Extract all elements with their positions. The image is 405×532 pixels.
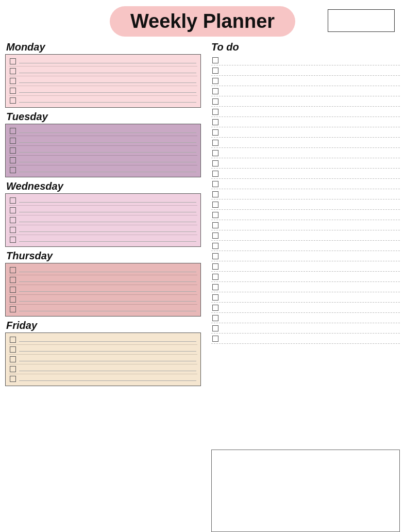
thursday-label: Thursday <box>5 250 201 262</box>
checkbox[interactable] <box>212 294 218 301</box>
checkbox[interactable] <box>212 98 218 105</box>
checkbox[interactable] <box>212 274 218 280</box>
checkbox[interactable] <box>212 129 218 136</box>
list-item <box>211 334 400 344</box>
wednesday-box <box>5 193 201 247</box>
date-box[interactable] <box>328 9 395 32</box>
checkbox[interactable] <box>10 97 16 104</box>
list-item <box>211 76 400 86</box>
list-item <box>211 292 400 303</box>
checkbox[interactable] <box>212 263 218 270</box>
list-item <box>211 261 400 272</box>
tuesday-box <box>5 124 201 177</box>
list-item <box>211 200 400 210</box>
thursday-box <box>5 263 201 317</box>
checkbox[interactable] <box>212 305 218 311</box>
checkbox[interactable] <box>10 237 16 243</box>
list-item <box>211 127 400 138</box>
checkbox[interactable] <box>212 88 218 94</box>
checkbox[interactable] <box>212 243 218 249</box>
checkbox[interactable] <box>212 160 218 167</box>
checkbox[interactable] <box>212 119 218 125</box>
checkbox[interactable] <box>212 150 218 156</box>
table-row <box>9 206 197 215</box>
checkbox[interactable] <box>10 68 16 74</box>
checkbox[interactable] <box>10 78 16 84</box>
table-row <box>9 165 197 175</box>
checkbox[interactable] <box>10 157 16 163</box>
list-item <box>211 251 400 261</box>
checkbox[interactable] <box>212 181 218 187</box>
list-item <box>211 210 400 220</box>
checkbox[interactable] <box>212 171 218 177</box>
checkbox[interactable] <box>212 68 218 74</box>
checkbox[interactable] <box>212 222 218 228</box>
left-column: Monday Tuesday <box>5 41 206 532</box>
table-row <box>9 285 197 295</box>
checkbox[interactable] <box>10 296 16 303</box>
list-item <box>211 55 400 65</box>
table-row <box>9 275 197 285</box>
list-item <box>211 282 400 292</box>
checkbox[interactable] <box>212 78 218 84</box>
checkbox[interactable] <box>10 287 16 293</box>
checkbox[interactable] <box>212 212 218 218</box>
checkbox[interactable] <box>212 109 218 115</box>
checkbox[interactable] <box>212 57 218 63</box>
checkbox[interactable] <box>10 346 16 353</box>
checkbox[interactable] <box>10 128 16 134</box>
checkbox[interactable] <box>212 315 218 321</box>
table-row <box>9 57 197 66</box>
title-bubble: Weekly Planner <box>110 6 295 37</box>
checkbox[interactable] <box>10 167 16 173</box>
table-row <box>9 76 197 86</box>
checkbox[interactable] <box>212 253 218 259</box>
table-row <box>9 265 197 275</box>
notes-box[interactable] <box>211 450 400 532</box>
list-item <box>211 138 400 148</box>
checkbox[interactable] <box>212 202 218 208</box>
checkbox[interactable] <box>10 227 16 233</box>
header: Weekly Planner <box>0 0 405 41</box>
checkbox[interactable] <box>10 217 16 223</box>
checkbox[interactable] <box>10 58 16 64</box>
checkbox[interactable] <box>212 336 218 342</box>
list-item <box>211 179 400 189</box>
checkbox[interactable] <box>212 232 218 239</box>
monday-section: Monday <box>5 41 201 108</box>
checkbox[interactable] <box>10 197 16 204</box>
table-row <box>9 235 197 244</box>
list-item <box>211 169 400 179</box>
table-row <box>9 215 197 225</box>
checkbox[interactable] <box>212 325 218 331</box>
list-item <box>211 220 400 230</box>
main-content: Monday Tuesday <box>0 41 405 532</box>
table-row <box>9 66 197 76</box>
checkbox[interactable] <box>10 138 16 144</box>
checkbox[interactable] <box>212 140 218 146</box>
thursday-section: Thursday <box>5 250 201 317</box>
table-row <box>9 146 197 156</box>
checkbox[interactable] <box>10 337 16 343</box>
table-row <box>9 305 197 314</box>
wednesday-section: Wednesday <box>5 180 201 247</box>
checkbox[interactable] <box>10 207 16 213</box>
checkbox[interactable] <box>10 88 16 94</box>
checkbox[interactable] <box>212 191 218 197</box>
checkbox[interactable] <box>10 356 16 362</box>
checkbox[interactable] <box>10 267 16 273</box>
table-row <box>9 86 197 96</box>
checkbox[interactable] <box>10 376 16 382</box>
list-item <box>211 107 400 117</box>
checkbox[interactable] <box>10 277 16 283</box>
checkbox[interactable] <box>10 147 16 154</box>
list-item <box>211 96 400 107</box>
checkbox[interactable] <box>212 284 218 290</box>
checkbox[interactable] <box>10 366 16 372</box>
list-item <box>211 189 400 200</box>
table-row <box>9 355 197 364</box>
checkbox[interactable] <box>10 306 16 312</box>
friday-label: Friday <box>5 320 201 331</box>
table-row <box>9 295 197 305</box>
table-row <box>9 156 197 165</box>
